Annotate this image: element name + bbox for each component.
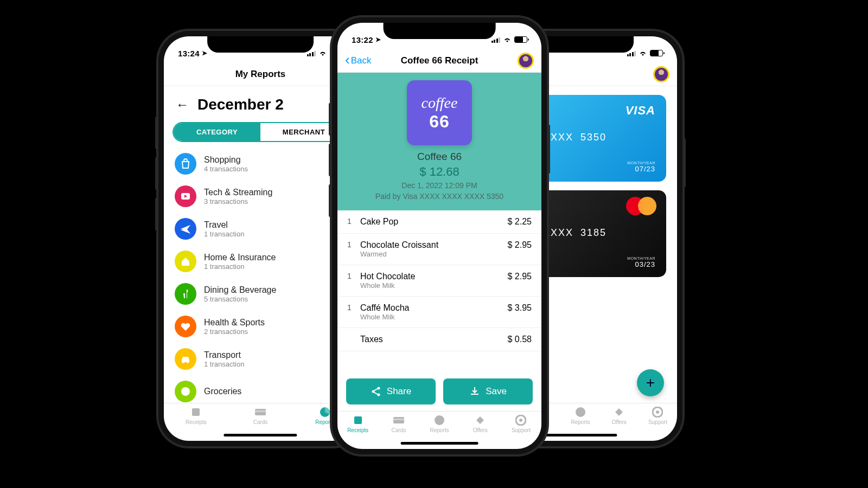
- notch: [207, 36, 314, 53]
- svg-rect-14: [354, 416, 362, 424]
- share-icon: [371, 386, 381, 397]
- svg-point-19: [519, 419, 522, 422]
- wifi-icon: [639, 50, 647, 56]
- page-title: Coffee 66 Receipt: [401, 55, 478, 66]
- line-sub: Warmed: [360, 250, 508, 258]
- category-item[interactable]: Tech & Streaming3 transactions: [164, 180, 357, 213]
- category-item[interactable]: Home & Insurance1 transaction: [164, 245, 357, 278]
- line-sub: Whole Milk: [360, 313, 508, 321]
- heart-icon: [175, 316, 196, 337]
- wifi-icon: [503, 36, 512, 43]
- card-expiry: 07/23: [635, 165, 655, 173]
- category-item[interactable]: Dining & Beverage5 transactions: [164, 278, 357, 310]
- avatar[interactable]: [518, 53, 534, 69]
- receipts-icon: [352, 415, 364, 426]
- category-name: Dining & Beverage: [204, 285, 276, 295]
- category-name: Shopping: [204, 155, 248, 165]
- merchant-name: Coffee 66: [337, 151, 541, 163]
- line-name: Cake Pop: [360, 217, 398, 226]
- line-name: Caffé Mocha: [360, 303, 409, 312]
- line-name: Hot Chocolate: [360, 272, 415, 281]
- category-item[interactable]: Shopping4 transactions: [164, 147, 357, 180]
- save-button[interactable]: Save: [443, 378, 533, 404]
- category-sub: 5 transactions: [204, 295, 276, 303]
- back-button[interactable]: ‹Back: [345, 55, 371, 66]
- add-card-button[interactable]: +: [637, 369, 664, 396]
- receipts-icon: [190, 407, 202, 418]
- category-name: Tech & Streaming: [204, 188, 272, 197]
- location-icon: ➤: [375, 36, 381, 43]
- svg-point-3: [181, 387, 190, 396]
- car-icon: [175, 348, 196, 370]
- cards-icon: [254, 407, 266, 418]
- navbar: ‹Back Coffee 66 Receipt: [337, 49, 541, 73]
- month-title: December 2: [197, 96, 284, 113]
- svg-point-1: [182, 361, 184, 363]
- offers-icon: [613, 407, 625, 418]
- svg-point-17: [435, 415, 444, 425]
- exp-label: MONTH/YEAR: [627, 161, 655, 165]
- dining-icon: [175, 283, 196, 305]
- reports-icon: [575, 407, 586, 418]
- category-list: Shopping4 transactionsTech & Streaming3 …: [164, 147, 357, 403]
- prev-month-button[interactable]: ←: [176, 97, 189, 112]
- battery-icon: [514, 36, 527, 43]
- receipt-datetime: Dec 1, 2022 12:09 PM: [337, 181, 541, 190]
- receipt-hero: coffee 66 Coffee 66 $ 12.68 Dec 1, 2022 …: [337, 73, 541, 210]
- card-expiry: 03/23: [635, 260, 655, 268]
- cart-icon: [175, 381, 196, 402]
- line-item: 1Hot ChocolateWhole Milk$ 2.95: [337, 265, 541, 297]
- category-name: Health & Sports: [204, 318, 265, 328]
- tab-receipts[interactable]: Receipts: [337, 415, 378, 449]
- category-item[interactable]: Travel1 transaction: [164, 213, 357, 245]
- line-item: 1Chocolate CroissantWarmed$ 2.95: [337, 234, 541, 265]
- category-sub: 4 transactions: [204, 165, 248, 173]
- receipt-payment: Paid by Visa XXXX XXXX XXXX 5350: [337, 192, 541, 201]
- segment-category[interactable]: CATEGORY: [174, 123, 260, 141]
- category-sub: 1 transaction: [204, 360, 244, 368]
- svg-rect-4: [192, 408, 200, 416]
- category-sub: 1 transaction: [204, 230, 244, 238]
- bag-icon: [175, 153, 196, 175]
- location-icon: ➤: [202, 49, 207, 57]
- status-time: 13:22: [352, 35, 373, 44]
- visa-logo: VISA: [626, 104, 655, 118]
- share-button[interactable]: Share: [346, 378, 436, 404]
- category-item[interactable]: Groceries: [164, 375, 357, 403]
- exp-label: MONTH/YEAR: [627, 256, 655, 260]
- category-name: Home & Insurance: [204, 253, 276, 262]
- line-name: Chocolate Croissant: [360, 240, 438, 249]
- line-sub: Whole Milk: [360, 281, 508, 290]
- mastercard-logo: [626, 197, 656, 216]
- line-price: $ 2.25: [508, 217, 532, 227]
- tab-support[interactable]: Support: [639, 407, 677, 441]
- battery-icon: [650, 50, 663, 56]
- category-item[interactable]: Health & Sports2 transactions: [164, 310, 357, 343]
- segment-control: CATEGORY MERCHANT: [173, 122, 348, 142]
- support-icon: [652, 407, 663, 418]
- tab-support[interactable]: Support: [501, 415, 541, 449]
- reports-icon: [433, 415, 445, 426]
- receipt-total: $ 12.68: [337, 165, 541, 179]
- avatar[interactable]: [653, 66, 669, 82]
- cards-icon: [393, 415, 405, 426]
- home-indicator[interactable]: [401, 442, 478, 445]
- category-name: Travel: [204, 220, 244, 230]
- tab-receipts[interactable]: Receipts: [164, 407, 228, 441]
- signal-icon: [492, 37, 501, 43]
- page-title: My Reports: [235, 69, 286, 80]
- phone-receipt: 13:22➤ ‹Back Coffee 66 Receipt coffee 66: [331, 16, 548, 455]
- home-indicator[interactable]: [224, 434, 297, 436]
- svg-rect-6: [255, 410, 266, 412]
- home-indicator[interactable]: [544, 434, 617, 436]
- plus-icon: +: [646, 374, 655, 391]
- status-time: 13:24: [178, 49, 200, 58]
- line-item: Taxes$ 0.58: [337, 328, 541, 351]
- line-qty: 1: [347, 303, 356, 321]
- line-item: 1Caffé MochaWhole Milk$ 3.95: [337, 297, 541, 328]
- line-qty: [347, 335, 356, 344]
- category-name: Groceries: [204, 387, 241, 396]
- category-item[interactable]: Transport1 transaction: [164, 343, 357, 375]
- category-sub: 3 transactions: [204, 197, 272, 206]
- line-price: $ 0.58: [508, 335, 532, 344]
